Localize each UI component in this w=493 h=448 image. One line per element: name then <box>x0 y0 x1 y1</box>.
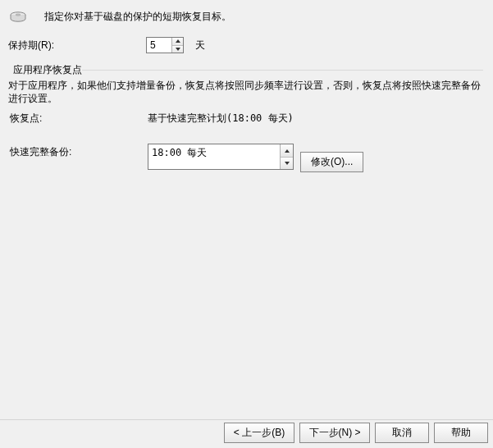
retention-spinner[interactable] <box>146 37 184 53</box>
fieldset-divider <box>82 70 483 71</box>
disk-icon <box>10 11 26 24</box>
listbox-scroll-down[interactable] <box>281 158 293 170</box>
cancel-button[interactable]: 取消 <box>375 423 429 443</box>
svg-point-1 <box>16 14 21 16</box>
express-backup-listbox[interactable]: 18:00 每天 <box>148 144 294 170</box>
wizard-footer: < 上一步(B) 下一步(N) > 取消 帮助 <box>224 423 488 443</box>
next-button[interactable]: 下一步(N) > <box>299 423 370 443</box>
retention-down-button[interactable] <box>172 46 183 53</box>
retention-unit: 天 <box>195 39 205 53</box>
modify-button[interactable]: 修改(O)... <box>300 152 363 172</box>
recovery-point-value: 基于快速完整计划(18:00 每天) <box>148 112 294 126</box>
express-backup-label: 快速完整备份: <box>8 144 148 159</box>
recovery-point-label: 恢复点: <box>8 112 148 126</box>
retention-label: 保持期(R): <box>7 39 146 53</box>
express-backup-schedule: 18:00 每天 <box>148 144 280 169</box>
page-title: 指定你对基于磁盘的保护的短期恢复目标。 <box>44 10 231 24</box>
back-button[interactable]: < 上一步(B) <box>224 423 294 443</box>
retention-input[interactable] <box>147 38 171 53</box>
footer-divider <box>0 419 493 420</box>
help-button[interactable]: 帮助 <box>434 423 488 443</box>
listbox-scroll-up[interactable] <box>281 144 293 158</box>
app-recovery-description: 对于应用程序，如果他们支持增量备份，恢复点将按照同步频率进行设置，否则，恢复点将… <box>8 79 486 105</box>
retention-up-button[interactable] <box>172 38 183 46</box>
